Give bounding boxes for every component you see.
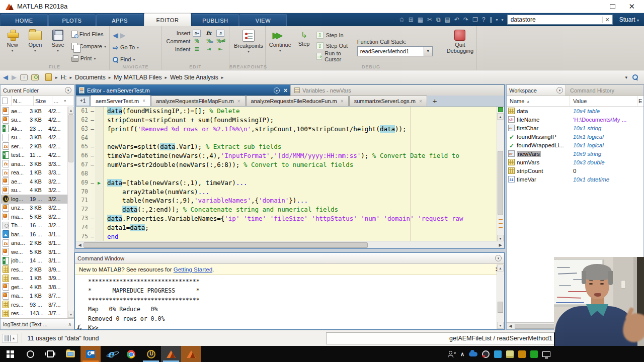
paste-icon[interactable]: ▤ bbox=[445, 17, 450, 23]
workspace-variable-row[interactable]: fileName'H:\Documents\My ... bbox=[507, 115, 643, 124]
breakpoint-gutter[interactable]: – bbox=[90, 151, 95, 160]
browse-folder-icon[interactable] bbox=[31, 74, 39, 80]
uncomment-icon[interactable]: % bbox=[205, 38, 213, 45]
workspace-variable-row[interactable]: data10x4 table bbox=[507, 107, 643, 115]
tray-app-green[interactable] bbox=[530, 350, 538, 358]
breakpoint-gutter[interactable] bbox=[90, 196, 95, 205]
breakpoint-gutter[interactable]: – bbox=[90, 160, 95, 169]
command-output[interactable]: ********************************* MAPRED… bbox=[75, 275, 504, 332]
file-list-scrollbar[interactable]: ▲ ▼ bbox=[67, 107, 74, 318]
navigate-forward-icon[interactable]: ▶ bbox=[120, 31, 126, 39]
workspace-menu-icon[interactable]: ▾ bbox=[556, 87, 563, 94]
breakpoint-gutter[interactable] bbox=[90, 169, 95, 178]
breadcrumb-item[interactable]: My MATLAB Files bbox=[114, 74, 162, 81]
new-script-icon[interactable]: ⊞ bbox=[409, 17, 414, 23]
code-line[interactable]: 72 data(:,2:end)]; % Concatenate string … bbox=[76, 205, 504, 214]
file-row[interactable]: su...3 KB4/2... bbox=[1, 116, 67, 125]
wrap-comments-icon[interactable]: %⏎ bbox=[216, 38, 224, 45]
code-line[interactable]: 74–data1=data; bbox=[76, 223, 504, 232]
file-row[interactable]: ana...3 KB3/3... bbox=[1, 159, 67, 168]
code-line[interactable]: 62–stripCount=stripCount + sum(foundMiss… bbox=[76, 116, 504, 125]
navigate-back-icon[interactable]: ◀ bbox=[113, 31, 118, 39]
address-search-icon[interactable] bbox=[632, 74, 638, 80]
step-out-button[interactable]: ⇧Step Out bbox=[316, 41, 352, 50]
editor-horizontal-scrollbar[interactable]: ◀ ▶ bbox=[76, 241, 504, 248]
file-row[interactable]: res...1 KB3/9... bbox=[1, 274, 67, 283]
file-row[interactable]: ana...2 KB3/1... bbox=[1, 239, 67, 248]
code-line[interactable]: 71 table(newVars(:,9),'variableNames',{'… bbox=[76, 196, 504, 205]
file-row[interactable]: bar...16 ...3/1... bbox=[1, 230, 67, 239]
code-line[interactable]: 64 bbox=[76, 134, 504, 143]
file-row[interactable]: Ak...23 ...4/2... bbox=[1, 124, 67, 133]
file-row[interactable]: ser...2 KB4/2... bbox=[1, 142, 67, 151]
editor-tab[interactable]: analyzeRequestsFileMapFun.m× bbox=[151, 96, 246, 106]
tab-close-icon[interactable]: × bbox=[419, 99, 422, 104]
new-tab-button[interactable]: + bbox=[428, 97, 442, 105]
ribbon-tab-apps[interactable]: APPS bbox=[96, 14, 143, 26]
ws-value-column-header[interactable]: Value bbox=[570, 96, 637, 106]
insert-fx-icon[interactable]: fx bbox=[205, 30, 213, 37]
editor-vertical-scrollbar[interactable]: ▲ ▼ bbox=[497, 107, 504, 241]
ws-scroll-left-icon[interactable]: ◀ bbox=[507, 324, 514, 328]
quit-debugging-button[interactable]: QuitDebugging bbox=[447, 29, 473, 63]
code-area[interactable]: 61–data(foundMissingIP,:)=[]; % Delete62… bbox=[76, 107, 504, 241]
breakpoint-gutter[interactable]: – bbox=[90, 107, 95, 116]
code-line[interactable]: 69–▶data=[table(newVars(:,1), timeVar)..… bbox=[76, 178, 504, 188]
help-icon[interactable]: ? bbox=[482, 17, 486, 23]
file-row[interactable]: rea...1 KB3/3... bbox=[1, 168, 67, 177]
code-line[interactable]: 75–end bbox=[76, 232, 504, 241]
ribbon-tab-view[interactable]: VIEW bbox=[239, 14, 287, 26]
quickbar-dropdown2-icon[interactable]: ▾ bbox=[502, 18, 504, 22]
tray-sticky-notes[interactable] bbox=[506, 350, 514, 358]
run-to-cursor-button[interactable]: ⇒Run to Cursor bbox=[316, 52, 352, 61]
code-line[interactable]: 66–timeVar=datetime(newVars(:,4),'InputF… bbox=[76, 151, 504, 160]
command-window-scrollbar[interactable]: ▲ ▼ bbox=[497, 264, 504, 329]
code-line[interactable]: 68 bbox=[76, 169, 504, 178]
breakpoint-gutter[interactable]: – bbox=[90, 214, 95, 223]
editor-pane-titlebar[interactable]: Editor - aemServerTest.m ▾ × bbox=[76, 85, 290, 96]
taskbar-start[interactable] bbox=[0, 346, 20, 362]
cw-scrollbar-thumb[interactable] bbox=[498, 302, 503, 313]
file-row[interactable]: res...143...3/7... bbox=[1, 309, 67, 318]
workspace-variable-row[interactable]: stripCount0 bbox=[507, 166, 643, 175]
step-button[interactable]: ↳Step bbox=[296, 29, 311, 63]
breadcrumb-item[interactable]: H: bbox=[61, 74, 67, 81]
file-row[interactable]: get...4 KB3/8... bbox=[1, 283, 67, 292]
taskbar-cortana[interactable] bbox=[20, 346, 40, 362]
breakpoint-gutter[interactable]: – bbox=[90, 223, 95, 232]
cw-scroll-up-icon[interactable]: ▲ bbox=[497, 264, 504, 272]
continue-button[interactable]: ▶▶Continue▾ bbox=[269, 29, 291, 63]
code-line[interactable]: 63–fprintf('Removed %d rows or %2.1f%%\n… bbox=[76, 125, 504, 134]
tray-people[interactable] bbox=[448, 351, 456, 357]
copy-icon[interactable]: ⧉ bbox=[436, 17, 441, 23]
quickbar-dropdown-icon[interactable]: ▾ bbox=[496, 18, 498, 22]
address-forward-icon[interactable]: ▶ bbox=[12, 73, 17, 81]
save-button[interactable]: Save▾ bbox=[49, 29, 67, 64]
comment-icon[interactable]: % bbox=[193, 38, 201, 45]
go-to-button[interactable]: ⇨Go To▾ bbox=[113, 42, 158, 53]
breakpoint-gutter[interactable]: – bbox=[90, 178, 95, 188]
size-column-header[interactable]: Size bbox=[34, 96, 52, 106]
scroll-down-icon[interactable]: ▼ bbox=[68, 311, 74, 318]
workspace-variable-row[interactable]: foundMissingIP10x1 logical bbox=[507, 132, 643, 141]
taskbar-task-view[interactable] bbox=[40, 346, 60, 362]
command-window-menu-icon[interactable]: ▾ bbox=[495, 255, 502, 261]
address-back-icon[interactable]: ◀ bbox=[3, 73, 8, 81]
taskbar-internet-explorer[interactable]: e bbox=[101, 346, 121, 362]
file-row[interactable]: log...19 ...3/2... bbox=[1, 195, 67, 204]
search-input[interactable] bbox=[508, 15, 602, 24]
taskbar-ultraedit[interactable] bbox=[141, 346, 161, 362]
taskbar-outlook[interactable] bbox=[80, 346, 101, 362]
file-row[interactable]: unz...3 KB3/2... bbox=[1, 204, 67, 213]
file-list-header[interactable]: N... Size ...▾ bbox=[1, 96, 74, 106]
find-files-button[interactable]: Find Files bbox=[71, 29, 106, 40]
taskbar-matlab[interactable] bbox=[181, 346, 201, 362]
new-button[interactable]: New▾ bbox=[3, 29, 22, 64]
code-line[interactable]: 61–data(foundMissingIP,:)=[]; % Delete bbox=[76, 107, 504, 116]
taskbar-chrome[interactable] bbox=[121, 346, 141, 362]
taskbar-matlab[interactable] bbox=[161, 346, 181, 362]
breadcrumb-item[interactable]: Documents bbox=[75, 74, 106, 81]
code-analyzer-indicator[interactable] bbox=[498, 107, 503, 112]
icon-column-header[interactable] bbox=[1, 96, 12, 106]
insert-section-icon[interactable]: §+ bbox=[193, 30, 201, 37]
